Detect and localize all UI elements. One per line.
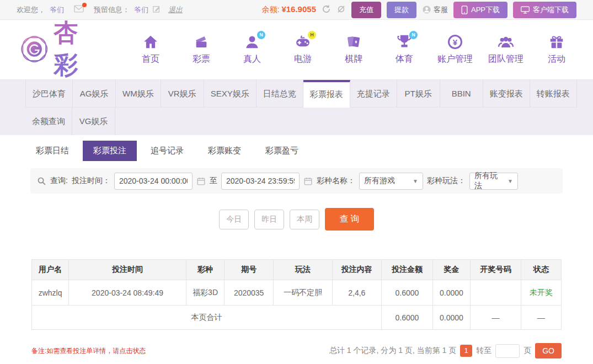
search-label: 查询: <box>50 176 68 186</box>
nav-item-label: 活动 <box>548 53 565 65</box>
tab-日结总览[interactable]: 日结总览 <box>257 80 303 108</box>
table-header-cell: 奖金 <box>432 260 470 280</box>
nav-item-label: 首页 <box>142 53 159 65</box>
yesterday-button[interactable]: 昨日 <box>254 210 284 229</box>
subtab-彩票盈亏[interactable]: 彩票盈亏 <box>255 141 309 161</box>
play-type-label: 彩种玩法： <box>427 176 466 186</box>
table-header-cell: 用户名 <box>32 260 69 280</box>
table-header-cell: 期号 <box>225 260 274 280</box>
table-cell: 0.6000 <box>381 280 432 306</box>
status-cell[interactable]: 未开奖 <box>521 280 562 306</box>
game-name-label: 彩种名称： <box>317 176 355 186</box>
reserved-info-name: 爷们 <box>134 5 148 15</box>
tab-充提记录[interactable]: 充提记录 <box>350 80 397 108</box>
nav-item-team[interactable]: 团队管理 <box>489 34 523 65</box>
lottery-subtabs: 彩票日结彩票投注追号记录彩票账变彩票盈亏 <box>0 135 593 166</box>
service-avatar-icon <box>422 5 431 14</box>
nav-item-home[interactable]: 首页 <box>133 34 168 65</box>
tab-VG娱乐[interactable]: VG娱乐 <box>72 108 115 135</box>
nav-item-label: 体育 <box>396 53 413 65</box>
goto-page-input[interactable] <box>495 344 520 358</box>
nav-item-gift[interactable]: 活动 <box>539 34 574 65</box>
app-download-label: APP下载 <box>471 5 500 15</box>
subtab-彩票日结[interactable]: 彩票日结 <box>25 141 79 161</box>
service-label: 客服 <box>434 5 448 15</box>
withdraw-button[interactable]: 提款 <box>387 2 416 18</box>
table-header-cell: 投注金额 <box>381 260 432 280</box>
report-table: 用户名投注时间彩种期号玩法投注内容投注金额奖金开奖号码状态 zwhzlq2020… <box>31 259 562 330</box>
search-icon <box>37 176 46 186</box>
table-header-cell: 投注时间 <box>69 260 186 280</box>
bet-records-section: 用户名投注时间彩种期号玩法投注内容投注金额奖金开奖号码状态 zwhzlq2020… <box>31 259 562 330</box>
tab-SEXY娱乐[interactable]: SEXY娱乐 <box>204 80 257 108</box>
tab-账变报表[interactable]: 账变报表 <box>483 80 530 108</box>
tab-彩票报表[interactable]: 彩票报表 <box>303 80 350 108</box>
site-logo[interactable]: 杏彩 <box>19 17 101 82</box>
new-badge: N <box>257 31 265 39</box>
tab-转账报表[interactable]: 转账报表 <box>530 80 577 108</box>
total-cell: — <box>521 306 562 330</box>
total-cell: 0.0000 <box>432 306 470 330</box>
client-download-button[interactable]: 客户端下载 <box>513 2 576 18</box>
tickets-icon <box>193 34 210 50</box>
table-header-row: 用户名投注时间彩种期号玩法投注内容投注金额奖金开奖号码状态 <box>32 260 562 280</box>
page-number-badge[interactable]: 1 <box>460 345 472 357</box>
today-button[interactable]: 今日 <box>219 210 249 229</box>
go-button[interactable]: GO <box>535 343 562 358</box>
tab-BBIN[interactable]: BBIN <box>440 80 483 108</box>
welcome-text: 欢迎您， <box>17 5 45 15</box>
edit-icon[interactable] <box>153 5 161 14</box>
hide-balance-icon[interactable] <box>336 4 346 15</box>
tab-余额查询[interactable]: 余额查询 <box>25 108 72 135</box>
table-cell <box>471 280 521 306</box>
game-select[interactable]: 所有游戏 ▼ <box>359 173 423 190</box>
subtab-追号记录[interactable]: 追号记录 <box>140 141 194 161</box>
reserved-info-label: 预留信息： <box>94 5 130 15</box>
refresh-balance-icon[interactable] <box>322 4 331 15</box>
tab-PT娱乐[interactable]: PT娱乐 <box>397 80 440 108</box>
tab-row-2: 余额查询VG娱乐 <box>0 108 593 135</box>
calendar-icon[interactable] <box>303 176 313 186</box>
table-cell: 一码不定胆 <box>274 280 332 306</box>
nav-item-trophy[interactable]: N体育 <box>387 34 421 65</box>
table-body: zwhzlq2020-03-24 08:49:49福彩3D2020035一码不定… <box>32 280 562 330</box>
nav-item-account-coin[interactable]: ¥账户管理 <box>438 34 472 65</box>
tab-VR娱乐[interactable]: VR娱乐 <box>161 80 204 108</box>
calendar-icon[interactable] <box>196 176 206 186</box>
nav-item-label: 团队管理 <box>488 53 523 65</box>
svg-text:¥: ¥ <box>453 37 458 46</box>
tab-AG娱乐[interactable]: AG娱乐 <box>73 80 116 108</box>
subtab-彩票投注[interactable]: 彩票投注 <box>83 141 137 161</box>
tab-row-1: 沙巴体育AG娱乐WM娱乐VR娱乐SEXY娱乐日结总览彩票报表充提记录PT娱乐BB… <box>0 80 593 108</box>
username: 爷们 <box>50 5 64 15</box>
time-to-input[interactable] <box>221 173 300 190</box>
page-unit-label: 页 <box>523 346 531 356</box>
report-tabstrip: 沙巴体育AG娱乐WM娱乐VR娱乐SEXY娱乐日结总览彩票报表充提记录PT娱乐BB… <box>0 79 593 135</box>
home-icon <box>142 34 159 50</box>
new-badge: N <box>409 31 418 39</box>
nav-item-live-person[interactable]: N真人 <box>235 34 269 65</box>
client-download-label: 客户端下载 <box>533 5 569 15</box>
tab-沙巴体育[interactable]: 沙巴体育 <box>25 80 73 108</box>
logout-link[interactable]: 退出 <box>168 5 183 15</box>
gamepad-icon: H <box>295 34 311 50</box>
phone-icon <box>461 6 468 14</box>
balance: 余额: ¥16.9055 <box>262 4 316 15</box>
subtab-彩票账变[interactable]: 彩票账变 <box>197 141 252 161</box>
nav-item-cards[interactable]: 棋牌 <box>336 34 371 65</box>
customer-service[interactable]: 客服 <box>422 5 448 15</box>
table-cell: 2,4,6 <box>332 280 381 306</box>
mail-icon[interactable] <box>74 5 84 14</box>
team-icon <box>498 34 514 50</box>
deposit-button[interactable]: 充值 <box>351 2 381 18</box>
nav-item-tickets[interactable]: 彩票 <box>184 34 218 65</box>
table-cell: zwhzlq <box>32 280 69 306</box>
play-select[interactable]: 所有玩法 ▼ <box>469 173 518 190</box>
search-button[interactable]: 查 询 <box>325 208 373 231</box>
tab-WM娱乐[interactable]: WM娱乐 <box>116 80 161 108</box>
to-label: 至 <box>210 176 217 186</box>
time-from-input[interactable] <box>114 173 193 190</box>
app-download-button[interactable]: APP下载 <box>453 2 507 18</box>
this-week-button[interactable]: 本周 <box>290 210 319 229</box>
nav-item-gamepad[interactable]: H电游 <box>286 34 320 65</box>
